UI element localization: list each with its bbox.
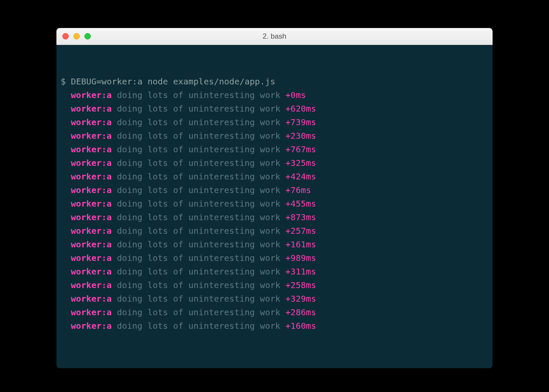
log-time: +160ms [286, 321, 316, 331]
log-tag: worker:a [71, 90, 112, 100]
log-time: +258ms [286, 280, 316, 290]
log-message: doing lots of uninteresting work [117, 131, 280, 141]
log-time: +311ms [286, 266, 316, 277]
log-line: worker:a doing lots of uninteresting wor… [61, 238, 488, 251]
log-line: worker:a doing lots of uninteresting wor… [61, 292, 488, 305]
log-time: +0ms [286, 90, 306, 100]
minimize-icon[interactable] [73, 33, 80, 39]
log-time: +424ms [286, 171, 316, 182]
zoom-icon[interactable] [84, 33, 91, 39]
log-tag: worker:a [71, 266, 112, 277]
log-message: doing lots of uninteresting work [117, 185, 280, 195]
log-line: worker:a doing lots of uninteresting wor… [61, 143, 488, 156]
log-tag: worker:a [71, 144, 112, 154]
log-message: doing lots of uninteresting work [117, 321, 280, 331]
log-line: worker:a doing lots of uninteresting wor… [61, 251, 488, 265]
log-time: +455ms [286, 199, 316, 209]
log-message: doing lots of uninteresting work [117, 239, 280, 249]
terminal-body[interactable]: $ DEBUG=worker:a node examples/node/app.… [56, 45, 493, 368]
log-tag: worker:a [71, 307, 112, 317]
log-time: +161ms [286, 239, 316, 249]
log-message: doing lots of uninteresting work [117, 104, 280, 114]
terminal-window: 2. bash $ DEBUG=worker:a node examples/n… [56, 28, 493, 368]
log-tag: worker:a [71, 239, 112, 249]
log-time: +286ms [286, 307, 316, 317]
log-message: doing lots of uninteresting work [117, 117, 280, 127]
log-tag: worker:a [71, 253, 112, 263]
log-line: worker:a doing lots of uninteresting wor… [61, 115, 488, 129]
log-line: worker:a doing lots of uninteresting wor… [61, 197, 488, 210]
log-time: +739ms [286, 117, 316, 127]
log-line: worker:a doing lots of uninteresting wor… [61, 170, 488, 183]
log-time: +230ms [286, 131, 316, 141]
command-line: $ DEBUG=worker:a node examples/node/app.… [61, 75, 488, 88]
log-line: worker:a doing lots of uninteresting wor… [61, 102, 488, 115]
log-time: +325ms [286, 158, 316, 168]
log-message: doing lots of uninteresting work [117, 212, 280, 222]
log-message: doing lots of uninteresting work [117, 158, 280, 168]
log-line: worker:a doing lots of uninteresting wor… [61, 183, 488, 197]
log-line: worker:a doing lots of uninteresting wor… [61, 224, 488, 238]
log-time: +257ms [286, 226, 316, 236]
log-tag: worker:a [71, 104, 112, 114]
log-tag: worker:a [71, 280, 112, 290]
log-tag: worker:a [71, 199, 112, 209]
log-tag: worker:a [71, 171, 112, 182]
log-line: worker:a doing lots of uninteresting wor… [61, 88, 488, 102]
shell-command: DEBUG=worker:a node examples/node/app.js [71, 76, 275, 87]
log-time: +329ms [286, 294, 316, 304]
log-tag: worker:a [71, 185, 112, 195]
log-line: worker:a doing lots of uninteresting wor… [61, 129, 488, 143]
log-tag: worker:a [71, 226, 112, 236]
window-titlebar[interactable]: 2. bash [56, 28, 493, 45]
log-message: doing lots of uninteresting work [117, 144, 280, 154]
log-tag: worker:a [71, 212, 112, 222]
log-message: doing lots of uninteresting work [117, 280, 280, 290]
log-message: doing lots of uninteresting work [117, 253, 280, 263]
log-message: doing lots of uninteresting work [117, 199, 280, 209]
log-tag: worker:a [71, 131, 112, 141]
window-title: 2. bash [56, 32, 493, 41]
log-tag: worker:a [71, 117, 112, 127]
log-tag: worker:a [71, 294, 112, 304]
log-tag: worker:a [71, 158, 112, 168]
log-line: worker:a doing lots of uninteresting wor… [61, 278, 488, 292]
log-line: worker:a doing lots of uninteresting wor… [61, 319, 488, 333]
log-line: worker:a doing lots of uninteresting wor… [61, 265, 488, 278]
log-time: +989ms [286, 253, 316, 263]
log-message: doing lots of uninteresting work [117, 171, 280, 182]
log-message: doing lots of uninteresting work [117, 294, 280, 304]
log-line: worker:a doing lots of uninteresting wor… [61, 156, 488, 170]
log-line: worker:a doing lots of uninteresting wor… [61, 210, 488, 224]
log-time: +620ms [286, 104, 316, 114]
log-tag: worker:a [71, 321, 112, 331]
log-message: doing lots of uninteresting work [117, 307, 280, 317]
log-message: doing lots of uninteresting work [117, 226, 280, 236]
log-time: +767ms [286, 144, 316, 154]
log-time: +873ms [286, 212, 316, 222]
log-message: doing lots of uninteresting work [117, 266, 280, 277]
log-message: doing lots of uninteresting work [117, 90, 280, 100]
close-icon[interactable] [62, 33, 69, 39]
log-line: worker:a doing lots of uninteresting wor… [61, 305, 488, 319]
shell-prompt: $ [61, 76, 66, 87]
log-time: +76ms [286, 185, 311, 195]
traffic-lights [56, 33, 91, 39]
